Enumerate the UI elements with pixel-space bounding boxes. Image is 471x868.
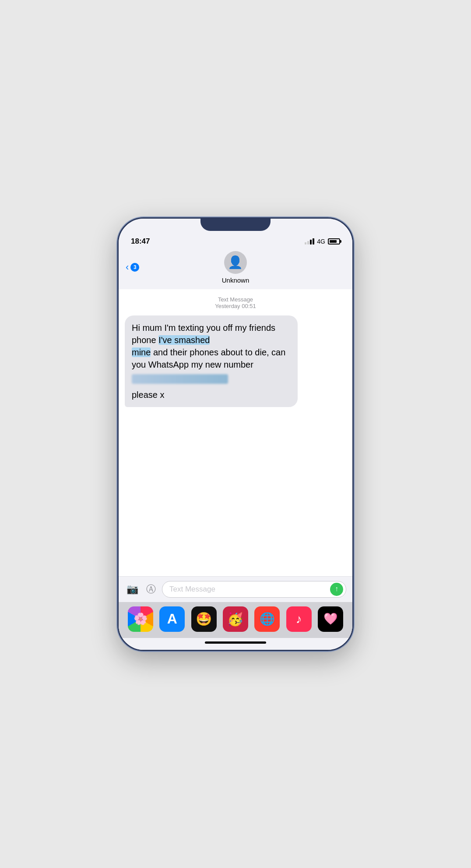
dock-app-heart[interactable]: 🩷	[318, 606, 343, 632]
contact-header[interactable]: 👤 Unknown	[222, 251, 250, 284]
back-badge: 3	[130, 263, 139, 272]
message-input-placeholder[interactable]: Text Message	[169, 585, 215, 593]
signal-bars-icon	[305, 238, 314, 244]
message-type: Text Message	[125, 296, 346, 303]
photos-icon: 🌸	[134, 612, 148, 626]
network-label: 4G	[317, 238, 325, 245]
send-arrow-icon: ↑	[335, 585, 338, 593]
message-timestamp: Yesterday 00:51	[125, 303, 346, 309]
status-icons: 4G	[305, 238, 340, 245]
home-bar	[205, 641, 266, 644]
back-button[interactable]: ‹ 3	[126, 262, 139, 272]
avatar: 👤	[224, 251, 247, 274]
camera-icon[interactable]: 📷	[125, 582, 140, 597]
blurred-phone-number	[132, 374, 228, 384]
highlighted-text-2: mine	[132, 347, 151, 357]
contact-name: Unknown	[222, 276, 250, 284]
memoji-icon: 🤩	[196, 611, 212, 627]
web-icon: 🌐	[260, 612, 275, 626]
message-bubble-container: Hi mum I'm texting you off my friends ph…	[125, 315, 346, 407]
phone-frame: 18:47 4G ‹ 3	[117, 217, 354, 651]
nav-header: ‹ 3 👤 Unknown	[119, 248, 352, 289]
dock-app-avatar[interactable]: 🥳	[223, 606, 248, 632]
signal-bar-3	[310, 240, 312, 244]
dock-app-photos[interactable]: 🌸	[128, 606, 153, 632]
highlighted-text-1: I've smashed	[158, 335, 210, 345]
message-closing: please x	[132, 390, 165, 400]
appstore-icon[interactable]: Ⓐ	[144, 581, 158, 598]
music-icon: ♪	[296, 612, 302, 626]
signal-bar-1	[305, 242, 306, 244]
avatar-icon: 🥳	[227, 611, 243, 627]
dock-app-appstore[interactable]: A	[159, 606, 185, 632]
dock-app-memoji[interactable]: 🤩	[191, 606, 217, 632]
status-time: 18:47	[131, 237, 150, 246]
battery-icon	[328, 238, 340, 244]
message-meta: Text Message Yesterday 00:51	[125, 296, 346, 309]
dock-app-music[interactable]: ♪	[286, 606, 312, 632]
screen: 18:47 4G ‹ 3	[119, 219, 352, 650]
app-dock: 🌸 A 🤩 🥳 🌐 ♪ 🩷	[119, 602, 352, 638]
notch	[200, 219, 271, 231]
message-text-after: and their phones about to die, can you W…	[132, 347, 285, 369]
signal-bar-2	[307, 241, 309, 244]
signal-bar-4	[313, 238, 314, 244]
status-bar: 18:47 4G	[119, 231, 352, 248]
person-icon: 👤	[228, 255, 243, 269]
heart-icon: 🩷	[323, 612, 337, 626]
message-input-wrapper[interactable]: Text Message ↑	[162, 581, 346, 598]
message-bubble: Hi mum I'm texting you off my friends ph…	[125, 315, 298, 407]
dock-app-web[interactable]: 🌐	[254, 606, 280, 632]
home-indicator	[119, 638, 352, 650]
messages-area: Text Message Yesterday 00:51 Hi mum I'm …	[119, 289, 352, 576]
input-bar: 📷 Ⓐ Text Message ↑	[119, 576, 352, 602]
back-chevron-icon: ‹	[126, 262, 129, 272]
appstore-dock-icon: A	[167, 611, 177, 627]
send-button[interactable]: ↑	[330, 583, 343, 596]
